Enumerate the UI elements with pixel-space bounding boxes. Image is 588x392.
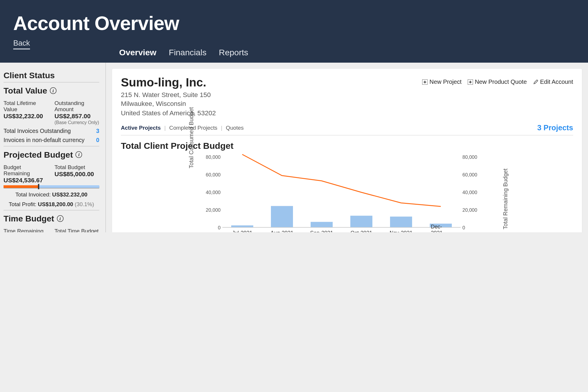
budget-progress [4, 185, 99, 188]
top-tabs: Overview Financials Reports [119, 48, 575, 63]
tab-financials[interactable]: Financials [169, 48, 206, 57]
sidebar: Client Status Total Value i Total Lifeti… [0, 63, 106, 232]
info-icon[interactable]: i [57, 215, 64, 222]
company-name: Sumo-ling, Inc. [121, 76, 216, 90]
projects-count-link[interactable]: 3 Projects [537, 124, 573, 132]
budget-remaining-value: US$24,536.67 [4, 176, 48, 184]
y-axis-right-label: Total Remaining Budget [502, 169, 509, 229]
budget-chart: Total Consumed Budget Total Remaining Bu… [200, 153, 483, 232]
info-icon[interactable]: i [50, 87, 56, 94]
main-content: Sumo-ling, Inc. 215 N. Water Street, Sui… [106, 63, 588, 232]
tab-reports[interactable]: Reports [219, 48, 248, 57]
client-status-heading: Client Status [4, 71, 99, 83]
time-remaining-label: Time Remaining [4, 228, 48, 232]
projected-budget-heading: Projected Budget i [4, 150, 99, 161]
new-project-button[interactable]: New Project [422, 79, 462, 85]
total-time-label: Total Time Budget [54, 228, 99, 232]
app-header: Account Overview Back Overview Financial… [0, 0, 588, 63]
total-profit-value: US$18,200.00 [38, 201, 73, 207]
outstanding-note: (Base Currency Only) [54, 120, 99, 125]
lifetime-value: US$32,232.00 [4, 113, 48, 120]
total-budget-value: US$85,000.00 [54, 170, 99, 177]
plus-icon [422, 79, 428, 84]
company-address: 215 N. Water Street, Suite 150 Milwaukee… [121, 91, 216, 117]
budget-remaining-label: Budget Remaining [4, 164, 48, 176]
invoices-outstanding-count[interactable]: 3 [96, 128, 99, 134]
outstanding-amount-label: Outstanding Amount [54, 100, 99, 113]
total-profit-pct: (30.1%) [75, 201, 94, 207]
lifetime-value-label: Total Lifetime Value [4, 100, 48, 113]
info-icon[interactable]: i [76, 151, 82, 158]
invoices-nondefault-count[interactable]: 0 [96, 137, 99, 144]
y-axis-left-label: Total Consumed Budget [188, 107, 195, 168]
plus-icon [468, 79, 473, 84]
back-link[interactable]: Back [13, 39, 30, 49]
outstanding-amount: US$2,857.00 [54, 113, 99, 120]
page-title: Account Overview [13, 12, 575, 34]
invoices-nondefault-label: Invoices in non-default currency [4, 137, 84, 144]
total-value-heading: Total Value i [4, 86, 99, 98]
subtab-quotes[interactable]: Quotes [226, 125, 244, 131]
new-product-quote-button[interactable]: New Product Quote [468, 79, 527, 85]
invoices-outstanding-label: Total Invoices Outstanding [4, 128, 71, 134]
total-invoiced-value: US$32.232,00 [52, 191, 87, 198]
total-budget-label: Total Budget [54, 164, 99, 170]
edit-account-button[interactable]: Edit Account [533, 79, 573, 85]
time-budget-heading: Time Budget i [4, 214, 99, 226]
pencil-icon [533, 79, 538, 84]
subtab-active-projects[interactable]: Active Projects [121, 125, 161, 131]
tab-overview[interactable]: Overview [119, 48, 156, 57]
